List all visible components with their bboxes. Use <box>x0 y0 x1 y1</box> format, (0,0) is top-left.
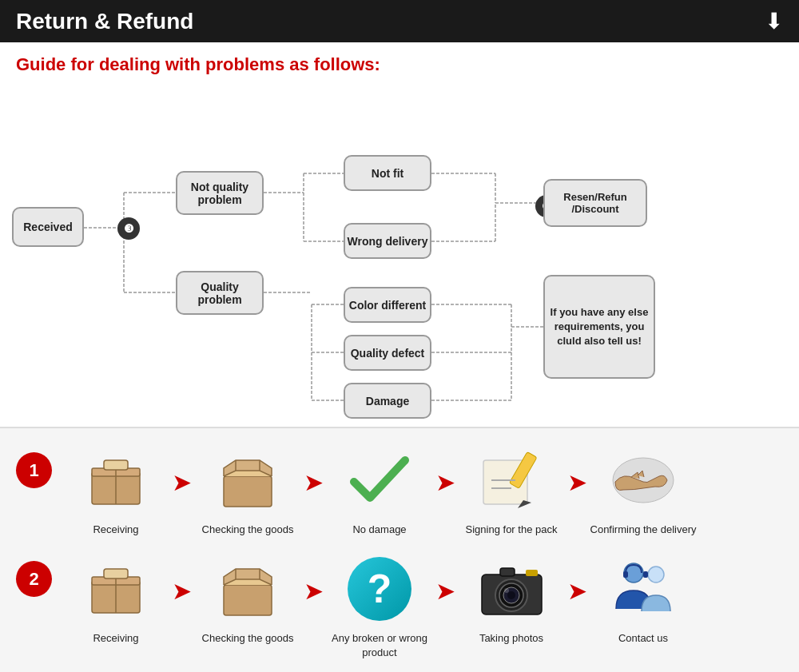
step-number-2: 2 <box>16 561 52 597</box>
step-checking-2: Checking the goods <box>192 553 304 646</box>
step-contact-us: Contact us <box>587 553 699 646</box>
no-damage-label: No damage <box>352 523 406 537</box>
svg-point-46 <box>504 588 509 593</box>
step-broken: ? Any broken or wrong product <box>324 553 435 660</box>
step-checking-1: Checking the goods <box>192 444 304 537</box>
camera-icon <box>471 553 551 625</box>
contact-icon <box>603 553 683 625</box>
guide-subtitle: Guide for dealing with problems as follo… <box>0 42 799 83</box>
svg-rect-50 <box>643 571 648 578</box>
svg-rect-45 <box>526 570 538 576</box>
step-confirming: Confirming the delivery <box>587 444 699 537</box>
arrow-2-3: ➤ <box>435 577 455 605</box>
receiving-icon-2 <box>76 553 156 625</box>
wrong-delivery-box: Wrong delivery <box>344 223 431 259</box>
step-taking-photos: Taking photos <box>455 553 567 646</box>
page-header: Return & Refund ⬇ <box>0 0 799 42</box>
svg-rect-38 <box>224 585 272 615</box>
confirming-label: Confirming the delivery <box>590 523 697 537</box>
flowchart-section: Received ❸ Not quality problem Quality p… <box>0 83 799 427</box>
arrow-2-1: ➤ <box>172 577 192 605</box>
down-arrow-icon: ⬇ <box>765 8 783 34</box>
step-number-1: 1 <box>16 452 52 488</box>
broken-icon: ? <box>340 553 419 625</box>
checking-label-2: Checking the goods <box>202 631 294 646</box>
page-title: Return & Refund <box>16 9 193 34</box>
question-mark: ? <box>348 557 411 621</box>
process-row-2: 2 Receiving ➤ <box>16 553 783 660</box>
step-signing: Signing for the pack <box>455 444 567 537</box>
arrow-1-3: ➤ <box>435 468 455 496</box>
svg-rect-37 <box>104 569 128 579</box>
arrow-2-4: ➤ <box>567 577 587 605</box>
signing-icon <box>471 444 551 516</box>
svg-rect-27 <box>224 476 272 507</box>
receiving-icon-1 <box>76 444 156 516</box>
svg-rect-44 <box>500 568 515 576</box>
not-quality-problem-box: Not quality problem <box>176 171 264 215</box>
resen-refund-box: Resen/Refun /Discount <box>543 179 647 227</box>
svg-point-43 <box>507 591 515 599</box>
process-steps-1: Receiving ➤ Checking the goods ➤ <box>60 444 783 537</box>
checking-label-1: Checking the goods <box>202 523 294 537</box>
receiving-label-1: Receiving <box>93 523 138 537</box>
received-box: Received <box>12 207 84 247</box>
marker-3: ❸ <box>117 217 140 240</box>
taking-photos-label: Taking photos <box>479 631 543 646</box>
process-section: 1 Receiving ➤ <box>0 427 799 672</box>
svg-rect-26 <box>104 460 128 470</box>
process-row-1: 1 Receiving ➤ <box>16 444 783 537</box>
svg-rect-49 <box>623 571 628 578</box>
signing-label: Signing for the pack <box>466 523 558 537</box>
step-receiving-1: Receiving <box>60 444 172 537</box>
if-you-have-box: If you have any else requirements, you c… <box>543 275 655 379</box>
receiving-label-2: Receiving <box>93 631 138 646</box>
checking-icon-2 <box>208 553 288 625</box>
broken-label: Any broken or wrong product <box>324 631 435 660</box>
arrow-2-2: ➤ <box>304 577 324 605</box>
process-steps-2: Receiving ➤ Checking the goods ➤ <box>60 553 783 660</box>
not-fit-box: Not fit <box>344 155 431 191</box>
contact-us-label: Contact us <box>618 631 668 646</box>
step-no-damage: No damage <box>324 444 435 537</box>
confirming-icon <box>603 444 683 516</box>
damage-box: Damage <box>344 383 431 419</box>
arrow-1-1: ➤ <box>172 468 192 496</box>
svg-point-48 <box>648 567 664 583</box>
step-receiving-2: Receiving <box>60 553 172 646</box>
quality-defect-box: Quality defect <box>344 335 431 371</box>
checking-icon-1 <box>208 444 288 516</box>
arrow-1-2: ➤ <box>304 468 324 496</box>
no-damage-icon <box>340 444 419 516</box>
quality-problem-box: Quality problem <box>176 271 264 315</box>
color-different-box: Color different <box>344 287 431 323</box>
arrow-1-4: ➤ <box>567 468 587 496</box>
